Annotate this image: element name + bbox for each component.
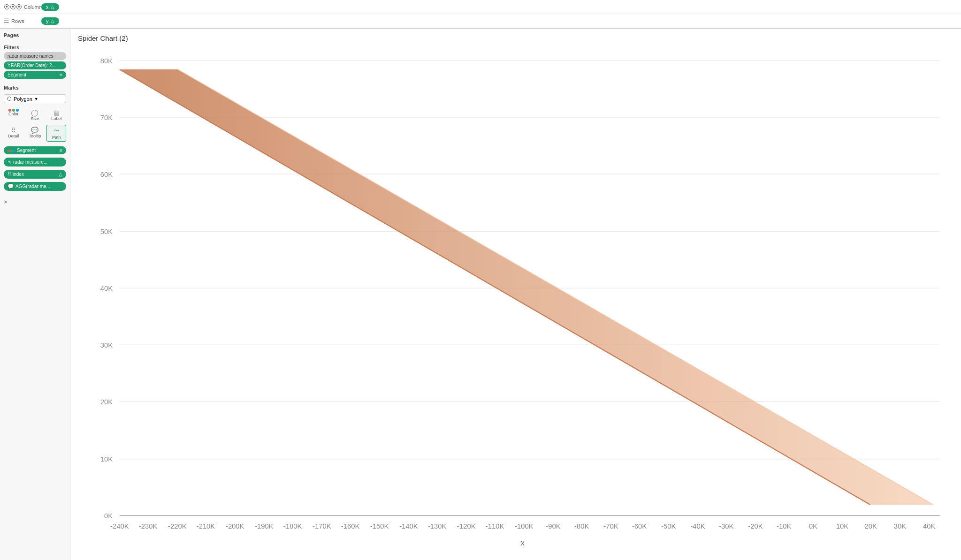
x-label-10kp: 10K — [836, 522, 849, 530]
filters-section: Filters radar measure names YEAR(Order D… — [4, 45, 66, 80]
x-label-40k: -40K — [690, 522, 705, 530]
index-delta-icon: △ — [59, 172, 62, 177]
x-label-220k: -220K — [168, 522, 187, 530]
marks-title: Marks — [4, 85, 66, 91]
x-label-20kp: 20K — [865, 522, 877, 530]
mark-pill-radar-measure[interactable]: ∿ radar measure... — [4, 158, 66, 166]
radar-line-icon: ∿ — [8, 159, 12, 165]
x-label-70k: -70K — [603, 522, 618, 530]
x-label-10k: -10K — [777, 522, 791, 530]
marks-type-dropdown[interactable]: ⬡ Polygon ▼ — [4, 94, 66, 103]
y-label-30k: 30K — [100, 341, 113, 349]
rows-row: ☰ Rows y △ — [0, 14, 961, 28]
filter-segment[interactable]: Segment ≡ — [4, 71, 66, 79]
filter-year-order-date[interactable]: YEAR(Order Date): 2... — [4, 61, 66, 69]
chart-container: 80K 70K 60K 50K 40K 30K 20K 10K 0K — [78, 47, 953, 552]
index-detail-icon: ⠿ — [8, 171, 11, 177]
x-label-210k: -210K — [197, 522, 215, 530]
polygon-icon: ⬡ — [7, 96, 12, 102]
mark-pill-index[interactable]: ⠿ index △ — [4, 170, 66, 179]
pages-section: Pages — [4, 32, 66, 40]
chart-band-polygon — [120, 69, 933, 505]
columns-x-pill[interactable]: x △ — [41, 3, 59, 11]
y-label-10k: 10K — [100, 455, 113, 463]
label-icon: ▦ — [53, 109, 60, 116]
x-label-100k: -100K — [515, 522, 534, 530]
x-label-20k: -20K — [748, 522, 763, 530]
x-label-50k: -50K — [661, 522, 676, 530]
columns-label: ⦿⦿⦿ Columns — [4, 3, 41, 10]
x-label-120k: -120K — [457, 522, 476, 530]
y-label-60k: 60K — [100, 171, 113, 178]
columns-icon: ⦿⦿⦿ — [4, 3, 22, 10]
detail-icon: ⠿ — [11, 127, 16, 134]
filters-title: Filters — [4, 45, 66, 50]
path-icon: 〜 — [53, 127, 60, 135]
x-label-30k: -30K — [719, 522, 733, 530]
path-arrow-indicator: > — [4, 199, 66, 205]
filter-radar-measure-names[interactable]: radar measure names — [4, 52, 66, 60]
chart-svg: 80K 70K 60K 50K 40K 30K 20K 10K 0K — [78, 47, 953, 552]
marks-color-button[interactable]: Color — [4, 107, 23, 123]
segment-pill-icon: ≡ — [60, 148, 62, 153]
x-label-240k: -240K — [110, 522, 129, 530]
sidebar: Pages Filters radar measure names YEAR(O… — [0, 29, 70, 560]
chart-area: Spider Chart (2) 80K 70K 6 — [70, 29, 961, 560]
marks-tooltip-button[interactable]: 💬 Tooltip — [25, 125, 45, 142]
x-label-170k: -170K — [313, 522, 331, 530]
y-label-40k: 40K — [100, 285, 113, 292]
x-label-190k: -190K — [255, 522, 274, 530]
filter-segment-icon: ≡ — [60, 72, 62, 77]
x-label-180k: -180K — [283, 522, 302, 530]
x-label-40kp: 40K — [923, 522, 936, 530]
x-label-160k: -160K — [341, 522, 360, 530]
y-label-80k: 80K — [100, 57, 113, 65]
y-label-50k: 50K — [100, 228, 113, 235]
tooltip-icon: 💬 — [31, 127, 38, 134]
band-upper-edge — [120, 69, 870, 505]
y-label-0k: 0K — [104, 512, 113, 520]
band-lower-edge — [178, 69, 933, 505]
rows-label: ☰ Rows — [4, 17, 41, 24]
dropdown-chevron-icon: ▼ — [34, 97, 38, 101]
x-label-130k: -130K — [428, 522, 447, 530]
rows-icon: ☰ — [4, 17, 9, 24]
rows-y-pill[interactable]: y △ — [41, 17, 59, 25]
x-label-200k: -200K — [226, 522, 244, 530]
chart-title: Spider Chart (2) — [78, 34, 953, 42]
size-icon: ◯ — [31, 109, 38, 116]
y-label-70k: 70K — [100, 114, 113, 121]
x-label-80k: -80K — [574, 522, 589, 530]
marks-detail-button[interactable]: ⠿ Detail — [4, 125, 23, 142]
x-label-60k: -60K — [632, 522, 647, 530]
marks-size-button[interactable]: ◯ Size — [25, 107, 45, 123]
pages-title: Pages — [4, 32, 66, 38]
x-label-150k: -150K — [370, 522, 389, 530]
x-axis-title: x — [521, 539, 525, 547]
x-label-30kp: 30K — [894, 522, 907, 530]
columns-row: ⦿⦿⦿ Columns x △ — [0, 0, 961, 14]
x-label-110k: -110K — [486, 522, 504, 530]
main-area: Pages Filters radar measure names YEAR(O… — [0, 29, 961, 560]
mark-pill-agg-radar[interactable]: 💬 AGG(radar me... — [4, 182, 66, 191]
x-label-230k: -230K — [139, 522, 158, 530]
x-label-140k: -140K — [399, 522, 418, 530]
marks-section: Marks ⬡ Polygon ▼ Color ◯ Size ▦ — [4, 85, 66, 192]
x-label-0k: 0K — [809, 522, 817, 530]
mark-pill-segment[interactable]: Segment ≡ — [4, 146, 66, 154]
agg-tooltip-icon: 💬 — [8, 183, 14, 189]
marks-buttons-grid: Color ◯ Size ▦ Label ⠿ Detail 💬 Tooltip — [4, 107, 66, 142]
marks-path-button[interactable]: 〜 Path — [46, 125, 66, 142]
segment-color-icon — [8, 148, 15, 153]
marks-label-button[interactable]: ▦ Label — [46, 107, 66, 123]
top-bar: ⦿⦿⦿ Columns x △ ☰ Rows y △ — [0, 0, 961, 29]
y-label-20k: 20K — [100, 398, 113, 406]
x-label-90k: -90K — [546, 522, 560, 530]
